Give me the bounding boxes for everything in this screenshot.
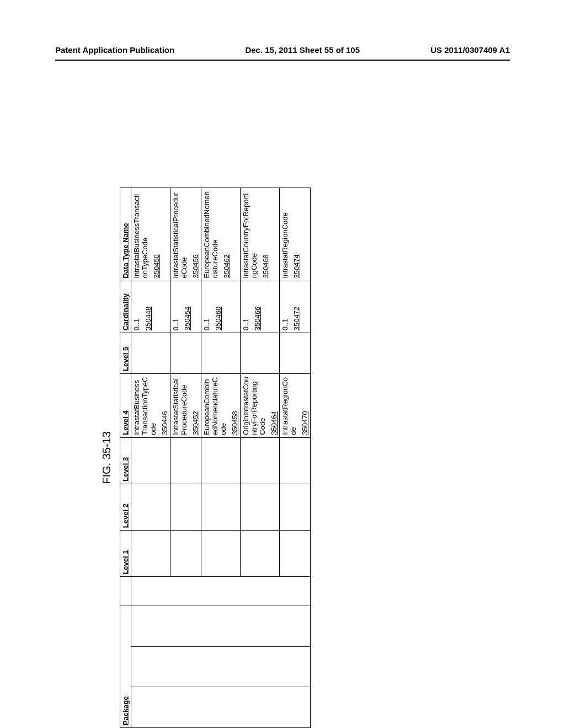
cell-level3	[201, 437, 241, 484]
level4-ref: 350452	[191, 376, 200, 435]
header-left: Patent Application Publication	[55, 45, 174, 55]
cell-level4: IntrastatRegionCode 350470	[280, 373, 311, 437]
level4-ref: 350458	[231, 376, 239, 435]
cell-level3	[280, 437, 311, 484]
cell-level1	[280, 531, 311, 577]
cardinality-text: 0..1	[172, 283, 180, 331]
cell-datatype: IntrastatBusinessTransactionTypeCode 350…	[131, 188, 170, 281]
level4-ref: 350470	[301, 376, 309, 435]
level4-ref: 350464	[270, 376, 278, 435]
level4-text: IntrastatBusinessTransactionTypeCode	[132, 376, 157, 435]
cell-level3	[170, 437, 201, 484]
col-datatype: Data Type Name	[120, 188, 131, 281]
col-level5: Level 5	[120, 333, 131, 374]
datatype-text: IntrastatRegionCode	[281, 190, 289, 279]
cell-level2	[131, 484, 170, 530]
cell-package-a	[131, 687, 311, 728]
level4-text: IntrastatRegionCode	[281, 376, 297, 435]
cell-level1	[241, 531, 280, 577]
table-header-row: Package Level 1 Level 2 Level 3 Level 4 …	[120, 188, 131, 728]
cell-datatype: IntrastatRegionCode 350474	[280, 188, 311, 281]
datatype-text: EuropeanCombinedNomenclatureCode	[202, 190, 219, 279]
level4-ref: 350446	[161, 376, 169, 435]
patent-page: Patent Application Publication Dec. 15, …	[0, 0, 565, 728]
cell-package-c	[131, 606, 311, 646]
cell-level4: EuropeanCombinedNomenclatureCode 350458	[201, 373, 241, 437]
cardinality-ref: 350448	[144, 283, 152, 331]
level4-text: OriginIntrastatCountryForReportingCode	[242, 376, 266, 435]
col-blank	[120, 577, 131, 606]
cardinality-text: 0..1	[281, 283, 289, 331]
cell-package-b	[131, 646, 311, 687]
cardinality-text: 0..1	[202, 283, 211, 331]
datatype-ref: 350474	[292, 190, 301, 279]
col-cardinality: Cardinality	[120, 281, 131, 333]
cell-level4: IntrastatBusinessTransactionTypeCode 350…	[131, 373, 170, 437]
cardinality-text: 0..1	[132, 283, 141, 331]
cardinality-ref: 350472	[292, 283, 301, 331]
page-header: Patent Application Publication Dec. 15, …	[55, 45, 510, 55]
cardinality-ref: 350460	[214, 283, 222, 331]
cell-level5	[131, 333, 170, 374]
cell-level1	[170, 531, 201, 577]
header-center: Dec. 15, 2011 Sheet 55 of 105	[245, 45, 360, 55]
cell-level1	[131, 531, 170, 577]
col-level3: Level 3	[120, 437, 131, 484]
table-body: IntrastatBusinessTransactionTypeCode 350…	[131, 188, 311, 728]
col-package: Package	[120, 606, 131, 727]
datatype-text: IntrastatStatisticalProcedureCode	[172, 190, 188, 279]
cell-cardinality: 0..1 350466	[241, 281, 280, 333]
cell-datatype: IntrastatCountryForReportingCode 350468	[241, 188, 280, 281]
datatype-ref: 350468	[262, 190, 270, 279]
level4-text: EuropeanCombinedNomenclatureCode	[202, 376, 227, 435]
cell-cardinality: 0..1 350448	[131, 281, 170, 333]
cell-level5	[170, 333, 201, 374]
cardinality-ref: 350466	[253, 283, 262, 331]
cell-level3	[131, 437, 170, 484]
table-row: IntrastatBusinessTransactionTypeCode 350…	[131, 188, 170, 728]
cardinality-ref: 350454	[183, 283, 191, 331]
datatype-ref: 350450	[152, 190, 161, 279]
col-level4: Level 4	[120, 373, 131, 437]
cell-datatype: IntrastatStatisticalProcedureCode 350456	[170, 188, 201, 281]
col-level2: Level 2	[120, 484, 131, 530]
cell-level2	[170, 484, 201, 530]
col-level1: Level 1	[120, 531, 131, 577]
datatype-text: IntrastatBusinessTransactionTypeCode	[132, 190, 149, 279]
datatype-ref: 350456	[191, 190, 200, 279]
cell-cardinality: 0..1 350472	[280, 281, 311, 333]
cell-level2	[280, 484, 311, 530]
figure-title: FIG. 35-13	[100, 188, 113, 728]
cell-level5	[241, 333, 280, 374]
cell-level4: OriginIntrastatCountryForReportingCode 3…	[241, 373, 280, 437]
level4-text: IntrastatStatisticalProcedureCode	[172, 376, 188, 435]
cell-cardinality: 0..1 350460	[201, 281, 241, 333]
cell-level2	[201, 484, 241, 530]
figure-area: FIG. 35-13 Package Level 1 Level 2	[55, 94, 510, 645]
cell-cardinality: 0..1 350454	[170, 281, 201, 333]
cell-level4: IntrastatStatisticalProcedureCode 350452	[170, 373, 201, 437]
cell-level3	[241, 437, 280, 484]
cell-blank	[131, 577, 311, 606]
cardinality-text: 0..1	[242, 283, 250, 331]
cell-level1	[201, 531, 241, 577]
spec-table: Package Level 1 Level 2 Level 3 Level 4 …	[120, 188, 311, 728]
datatype-text: IntrastatCountryForReportingCode	[242, 190, 258, 279]
cell-datatype: EuropeanCombinedNomenclatureCode 350462	[201, 188, 241, 281]
header-rule	[55, 60, 510, 61]
header-right: US 2011/0307409 A1	[430, 45, 510, 55]
datatype-ref: 350462	[222, 190, 231, 279]
cell-level2	[241, 484, 280, 530]
cell-level5	[280, 333, 311, 374]
cell-level5	[201, 333, 241, 374]
